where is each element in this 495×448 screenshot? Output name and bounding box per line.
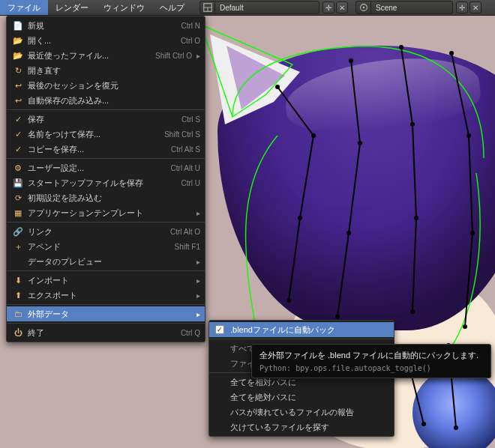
file-icon: 📄 xyxy=(11,19,25,31)
file-menu-item[interactable]: ＋アペンドShift F1 xyxy=(7,239,205,254)
submenu-item-label: .blendファイルに自動パック xyxy=(230,324,335,336)
menu-help[interactable]: ヘルプ xyxy=(152,0,192,15)
check-icon: ✓ xyxy=(11,128,25,140)
checkbox-icon: ✓ xyxy=(215,325,224,334)
svg-line-7 xyxy=(300,136,314,218)
svg-point-10 xyxy=(298,216,302,220)
menu-item-label: 初期設定を読み込む xyxy=(28,193,200,204)
disk-icon: 💾 xyxy=(11,177,25,189)
menu-item-label: インポート xyxy=(28,275,192,286)
submenu-item[interactable]: ✓.blendファイルに自動パック xyxy=(209,322,394,337)
file-menu-item[interactable]: 📄新規Ctrl N xyxy=(7,18,205,33)
file-menu-item[interactable]: ⬆エクスポート▸ xyxy=(7,288,205,303)
layout-add-button[interactable]: ✛ xyxy=(322,1,334,13)
file-menu-item[interactable]: データのプレビュー▸ xyxy=(7,254,205,269)
file-menu-item[interactable]: ✓名前をつけて保存...Shift Ctrl S xyxy=(7,127,205,142)
menu-render[interactable]: レンダー xyxy=(48,0,96,15)
file-menu-item[interactable]: 💾スタートアップファイルを保存Ctrl U xyxy=(7,175,205,190)
menu-item-shortcut: Shift Ctrl O xyxy=(155,52,192,60)
tooltip: 全外部ファイルを .blend ファイルに自動的にパックします. Python:… xyxy=(251,344,491,378)
external-data-submenu: ✓.blendファイルに自動パックすべて.blendファイルにパックファイルにす… xyxy=(208,320,394,437)
scene-add-button[interactable]: ✛ xyxy=(456,1,468,13)
menu-item-shortcut: Ctrl Alt O xyxy=(170,228,200,236)
svg-line-19 xyxy=(401,47,412,124)
svg-point-24 xyxy=(414,216,418,220)
svg-point-20 xyxy=(399,45,404,49)
submenu-item[interactable]: 欠けているファイルを探す xyxy=(209,420,394,435)
submenu-item[interactable]: 全てを絶対パスに xyxy=(209,390,394,405)
file-menu-item[interactable]: ↩最後のセッションを復元 xyxy=(7,78,205,93)
menu-item-label: エクスポート xyxy=(28,290,192,301)
menu-item-label: 名前をつけて保存... xyxy=(28,129,158,140)
svg-line-14 xyxy=(349,143,360,233)
svg-line-16 xyxy=(338,233,349,317)
file-menu-item[interactable]: ⟳初期設定を読み込む xyxy=(7,190,205,205)
file-menu-item[interactable]: 🔗リンクCtrl Alt O xyxy=(7,224,205,239)
menu-item-shortcut: Ctrl Q xyxy=(181,329,200,337)
menu-item-label: 開き直す xyxy=(28,65,200,76)
menu-item-shortcut: Shift Ctrl S xyxy=(164,130,200,139)
svg-point-15 xyxy=(358,141,362,145)
file-menu-item[interactable]: ✓保存Ctrl S xyxy=(7,112,205,127)
menu-item-label: 新規 xyxy=(28,20,175,31)
file-menu-item[interactable]: 📂開く...Ctrl O xyxy=(7,33,205,48)
svg-point-27 xyxy=(449,51,454,55)
file-menu-item[interactable]: ↩自動保存の読み込み... xyxy=(7,93,205,108)
file-menu-dropdown: 📄新規Ctrl N📂開く...Ctrl O📂最近使ったファイル...Shift … xyxy=(6,16,206,342)
menu-item-label: 保存 xyxy=(28,114,176,125)
file-menu-item[interactable]: ✓コピーを保存...Ctrl Alt S xyxy=(7,142,205,157)
recover-icon: ↩ xyxy=(11,79,25,91)
layout-delete-button[interactable]: ✕ xyxy=(336,1,348,13)
svg-point-13 xyxy=(349,58,353,63)
file-menu-item[interactable]: ⬇インポート▸ xyxy=(7,273,205,288)
prefs-icon: ⚙ xyxy=(11,162,25,174)
menu-window[interactable]: ウィンドウ xyxy=(96,0,152,15)
svg-line-28 xyxy=(469,136,472,233)
svg-point-35 xyxy=(422,422,426,426)
scene-selector[interactable]: Scene xyxy=(356,1,453,14)
menu-file[interactable]: ファイル xyxy=(0,0,48,15)
svg-line-12 xyxy=(351,61,360,143)
menu-item-shortcut: Ctrl Alt S xyxy=(171,145,200,154)
submenu-arrow-icon: ▸ xyxy=(192,209,200,217)
submenu-item-label: パスが壊れているファイルの報告 xyxy=(230,407,354,418)
layout-selector[interactable]: Default xyxy=(200,1,320,14)
submenu-item-label: 全てを絶対パスに xyxy=(230,392,296,403)
submenu-arrow-icon: ▸ xyxy=(192,291,200,300)
header-bar: ファイル レンダー ウィンドウ ヘルプ Default ✛ ✕ Scene ✛ … xyxy=(0,0,495,16)
svg-point-22 xyxy=(410,122,415,127)
scene-delete-button[interactable]: ✕ xyxy=(470,1,482,13)
submenu-arrow-icon: ▸ xyxy=(192,276,200,285)
submenu-item[interactable]: パスが壊れているファイルの報告 xyxy=(209,405,394,420)
menu-item-label: 終了 xyxy=(28,327,175,339)
layout-name: Default xyxy=(215,4,319,12)
reload-icon: ⟳ xyxy=(11,192,25,204)
external-icon: 🗀 xyxy=(11,308,25,320)
file-menu-item[interactable]: ↻開き直す xyxy=(7,63,205,78)
file-menu-item[interactable]: 🗀外部データ▸ xyxy=(7,306,205,321)
scene-icon xyxy=(356,1,371,13)
blank-icon xyxy=(11,255,25,267)
tooltip-text: 全外部ファイルを .blend ファイルに自動的にパックします. xyxy=(260,350,483,361)
template-icon: ▦ xyxy=(11,207,25,219)
menu-item-label: 自動保存の読み込み... xyxy=(28,95,200,106)
check-icon: ✓ xyxy=(11,113,25,125)
svg-point-4 xyxy=(362,7,364,9)
file-menu-item[interactable]: ⚙ユーザー設定...Ctrl Alt U xyxy=(7,160,205,175)
file-menu-item[interactable]: 📂最近使ったファイル...Shift Ctrl O▸ xyxy=(7,48,205,63)
scene-name: Scene xyxy=(371,4,452,12)
menu-item-label: 最近使ったファイル... xyxy=(28,50,149,61)
submenu-arrow-icon: ▸ xyxy=(192,258,200,266)
svg-point-6 xyxy=(275,85,280,89)
svg-point-38 xyxy=(454,426,458,430)
menu-item-label: データのプレビュー xyxy=(28,256,192,267)
svg-point-17 xyxy=(346,231,351,235)
menu-item-shortcut: Ctrl O xyxy=(181,37,200,45)
export-icon: ⬆ xyxy=(11,289,25,301)
svg-point-31 xyxy=(470,231,475,235)
file-menu-item[interactable]: ⏻終了Ctrl Q xyxy=(7,325,205,340)
file-menu-item[interactable]: ▦アプリケーションテンプレート▸ xyxy=(7,205,205,220)
svg-point-11 xyxy=(286,298,291,303)
submenu-item-label: 欠けているファイルを探す xyxy=(230,422,329,433)
refresh-icon: ↻ xyxy=(11,64,25,76)
